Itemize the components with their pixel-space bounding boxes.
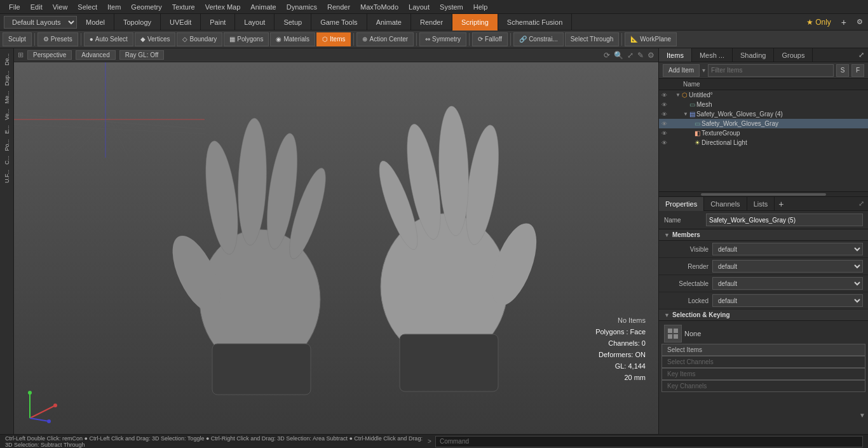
- perspective-button[interactable]: Perspective: [27, 50, 72, 60]
- raygl-button[interactable]: Ray GL: Off: [119, 50, 165, 60]
- menu-select[interactable]: Select: [72, 3, 102, 11]
- sidebar-uf[interactable]: U.F...: [3, 167, 11, 186]
- filter-shortcut-f[interactable]: F: [851, 64, 864, 77]
- key-items-button[interactable]: Key Items: [661, 368, 865, 380]
- tree-scrollbar[interactable]: [701, 193, 826, 196]
- advanced-button[interactable]: Advanced: [76, 50, 115, 60]
- add-item-dropdown-icon[interactable]: ▾: [702, 67, 705, 74]
- sidebar-me[interactable]: Me...: [3, 88, 11, 106]
- tab-paint[interactable]: Paint: [201, 14, 235, 31]
- sidebar-ve[interactable]: Ve...: [3, 106, 11, 123]
- menu-geometry[interactable]: Geometry: [126, 3, 166, 11]
- tab-groups[interactable]: Groups: [774, 48, 813, 62]
- eye-icon-mesh[interactable]: 👁: [661, 102, 670, 108]
- menu-layout[interactable]: Layout: [403, 3, 435, 11]
- tab-setup[interactable]: Setup: [275, 14, 311, 31]
- sidebar-c[interactable]: C...: [3, 153, 11, 167]
- falloff-button[interactable]: ⟳ Falloff: [472, 32, 508, 46]
- tab-scripting[interactable]: Scripting: [452, 14, 498, 31]
- add-props-tab-button[interactable]: +: [775, 199, 787, 209]
- add-layout-button[interactable]: +: [836, 17, 851, 27]
- tree-item-texture-group[interactable]: 👁 ◧ TextureGroup: [659, 128, 868, 138]
- sel-keying-section-header[interactable]: ▼ Selection & Keying: [659, 309, 868, 321]
- menu-dynamics[interactable]: Dynamics: [281, 3, 322, 11]
- render-select[interactable]: defaultonoff: [712, 260, 863, 273]
- constraints-button[interactable]: 🔗 Constrai...: [513, 32, 564, 46]
- viewport-icon1[interactable]: ⟳: [604, 51, 610, 60]
- key-channels-button[interactable]: Key Channels: [661, 380, 865, 392]
- items-button[interactable]: ⬡ Items: [316, 32, 351, 46]
- tab-shading[interactable]: Shading: [733, 48, 774, 62]
- menu-view[interactable]: View: [48, 3, 73, 11]
- sculpt-button[interactable]: Sculpt: [3, 32, 32, 46]
- eye-icon-gloves-group[interactable]: 👁: [661, 111, 670, 118]
- tab-topology[interactable]: Topology: [114, 14, 161, 31]
- menu-help[interactable]: Help: [468, 3, 493, 11]
- menu-render[interactable]: Render: [322, 3, 355, 11]
- tab-layout[interactable]: Layout: [235, 14, 275, 31]
- tab-mesh[interactable]: Mesh ...: [692, 48, 733, 62]
- vertices-button[interactable]: ◆ Vertices: [135, 32, 176, 46]
- menu-texture[interactable]: Texture: [167, 3, 200, 11]
- tree-item-untitled[interactable]: 👁 ▼ ⬡ Untitled°: [659, 90, 868, 100]
- viewport-icon5[interactable]: ⚙: [648, 51, 654, 60]
- viewport-canvas[interactable]: No Items Polygons : Face Channels: 0 Def…: [14, 62, 658, 434]
- layout-dropdown[interactable]: Default Layouts: [4, 16, 77, 29]
- eye-icon-texture[interactable]: 👁: [661, 130, 670, 137]
- tab-lists[interactable]: Lists: [747, 197, 775, 211]
- members-section-header[interactable]: ▼ Members: [659, 229, 868, 241]
- tab-game-tools[interactable]: Game Tools: [311, 14, 367, 31]
- menu-item[interactable]: Item: [102, 3, 126, 11]
- tree-item-dir-light[interactable]: 👁 ☀ Directional Light: [659, 138, 868, 147]
- tree-item-gloves-mesh[interactable]: 👁 ▭ Safety_Work_Gloves_Gray: [659, 119, 868, 128]
- tab-schematic-fusion[interactable]: Schematic Fusion: [498, 14, 572, 31]
- tree-item-mesh[interactable]: 👁 ▭ Mesh: [659, 100, 868, 109]
- sidebar-po[interactable]: Po...: [3, 137, 11, 154]
- eye-icon-untitled[interactable]: 👁: [661, 92, 670, 98]
- menu-vertex-map[interactable]: Vertex Map: [200, 3, 246, 11]
- locked-select[interactable]: defaultonoff: [712, 294, 863, 307]
- items-expand-icon[interactable]: ⤢: [855, 48, 868, 62]
- sidebar-dup[interactable]: Dup...: [3, 68, 11, 88]
- viewport-icon2[interactable]: 🔍: [614, 51, 623, 60]
- symmetry-button[interactable]: ⇔ Symmetry: [419, 32, 466, 46]
- viewport-icon4[interactable]: ✎: [637, 51, 644, 60]
- action-center-button[interactable]: ⊕ Action Center: [356, 32, 414, 46]
- add-item-button[interactable]: Add Item: [663, 64, 700, 77]
- menu-system[interactable]: System: [435, 3, 468, 11]
- select-through-button[interactable]: Select Through: [565, 32, 620, 46]
- filter-shortcut-s[interactable]: S: [836, 64, 849, 77]
- expand-arrow-untitled[interactable]: ▼: [675, 92, 681, 98]
- viewport[interactable]: ⊞ Perspective Advanced Ray GL: Off ⟳ 🔍 ⤢…: [14, 48, 658, 434]
- command-input[interactable]: [435, 436, 863, 447]
- tab-items[interactable]: Items: [659, 48, 692, 62]
- name-input[interactable]: [706, 214, 863, 226]
- tab-channels[interactable]: Channels: [704, 197, 747, 211]
- menu-file[interactable]: File: [4, 3, 25, 11]
- auto-select-button[interactable]: ● Auto Select: [84, 32, 133, 46]
- presets-button[interactable]: ⚙ Presets: [37, 32, 78, 46]
- menu-edit[interactable]: Edit: [25, 3, 48, 11]
- props-expand-icon[interactable]: ⤢: [855, 200, 868, 208]
- filter-items-input[interactable]: [708, 64, 834, 77]
- polygons-button[interactable]: ▦ Polygons: [224, 32, 269, 46]
- materials-button[interactable]: ◉ Materials: [270, 32, 315, 46]
- boundary-button[interactable]: ◇ Boundary: [177, 32, 222, 46]
- tree-item-gloves-group[interactable]: 👁 ▼ ▤ Safety_Work_Gloves_Gray (4): [659, 109, 868, 119]
- eye-icon-light[interactable]: 👁: [661, 140, 670, 146]
- sidebar-e[interactable]: E...: [3, 123, 11, 137]
- selectable-select[interactable]: defaultonoff: [712, 277, 863, 290]
- select-channels-button[interactable]: Select Channels: [661, 356, 865, 368]
- menu-animate[interactable]: Animate: [245, 3, 281, 11]
- tab-render[interactable]: Render: [411, 14, 452, 31]
- sidebar-de[interactable]: De...: [3, 51, 11, 68]
- menu-maxtomode[interactable]: MaxToModo: [355, 3, 403, 11]
- layout-settings-icon[interactable]: ⚙: [851, 18, 868, 26]
- scene-tree[interactable]: 👁 ▼ ⬡ Untitled° 👁 ▭ Mesh 👁 ▼ ▤ Safety_W: [659, 90, 868, 192]
- viewport-icon3[interactable]: ⤢: [627, 51, 634, 60]
- tab-animate[interactable]: Animate: [367, 14, 411, 31]
- scroll-down-icon[interactable]: ▼: [859, 412, 865, 419]
- tab-properties[interactable]: Properties: [659, 197, 704, 211]
- visible-select[interactable]: default onoff: [712, 243, 863, 255]
- tab-model[interactable]: Model: [77, 14, 114, 31]
